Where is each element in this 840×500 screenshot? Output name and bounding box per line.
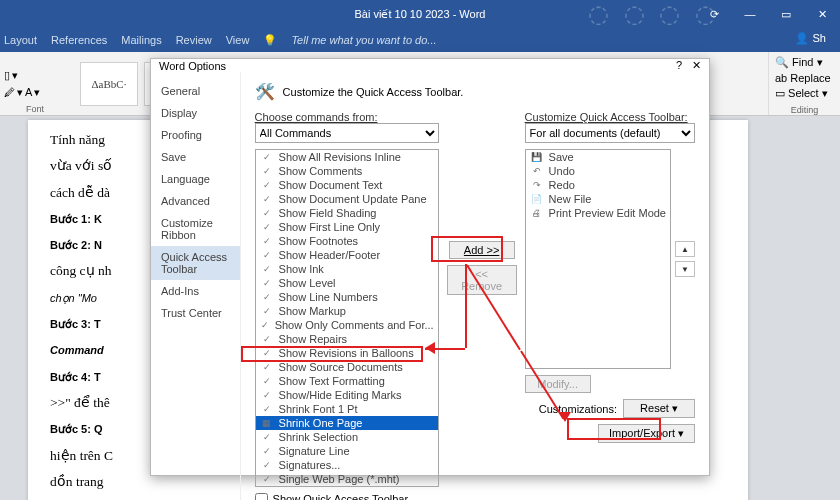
cat-proofing[interactable]: Proofing <box>151 124 240 146</box>
replace-button[interactable]: ab Replace <box>775 72 834 84</box>
cat-qat[interactable]: Quick Access Toolbar <box>151 246 240 280</box>
cat-language[interactable]: Language <box>151 168 240 190</box>
command-item[interactable]: ✓Show All Revisions Inline <box>256 150 438 164</box>
dialog-help-icon[interactable]: ? <box>676 59 682 72</box>
qat-item[interactable]: 💾Save <box>526 150 670 164</box>
command-item[interactable]: ✓Show Markup <box>256 304 438 318</box>
remove-button[interactable]: << Remove <box>447 265 517 295</box>
command-item[interactable]: ✓Shrink Selection <box>256 430 438 444</box>
titlebar: Bài viết 10 10 2023 - Word ◌ ◌ ◌ ◌ ⟳ — ▭… <box>0 0 840 28</box>
find-button[interactable]: 🔍 Find ▾ <box>775 56 834 69</box>
command-item[interactable]: ▦Shrink One Page <box>256 416 438 430</box>
command-item[interactable]: ✓Show Ink <box>256 262 438 276</box>
command-item[interactable]: ✓Show First Line Only <box>256 220 438 234</box>
qat-item[interactable]: ↷Redo <box>526 178 670 192</box>
modify-button[interactable]: Modify... <box>525 375 591 393</box>
qat-item[interactable]: 📄New File <box>526 192 670 206</box>
command-item[interactable]: ✓Show Document Update Pane <box>256 192 438 206</box>
dialog-title: Word Options <box>159 60 226 72</box>
command-item[interactable]: ✓Single Web Page (*.mht) <box>256 472 438 486</box>
command-item[interactable]: ✓Show Footnotes <box>256 234 438 248</box>
command-item[interactable]: ✓Show Header/Footer <box>256 248 438 262</box>
dialog-categories: General Display Proofing Save Language A… <box>151 72 241 500</box>
font-group: ▯▾ 🖉▾A▾ <box>0 65 70 103</box>
command-item[interactable]: ✓Show Revisions in Balloons <box>256 346 438 360</box>
command-item[interactable]: ✓Shrink Font 1 Pt <box>256 402 438 416</box>
command-item[interactable]: ✓Signature Line <box>256 444 438 458</box>
choose-label: Choose commands from: <box>255 111 439 123</box>
command-item[interactable]: ✓Signatures... <box>256 458 438 472</box>
ribbon-tabs: Layout References Mailings Review View 💡… <box>0 28 840 52</box>
customize-scope-select[interactable]: For all documents (default) <box>525 123 695 143</box>
editing-group: 🔍 Find ▾ ab Replace ▭ Select ▾ Editing <box>768 52 840 115</box>
share-button[interactable]: 👤 Sh <box>787 30 834 47</box>
cat-advanced[interactable]: Advanced <box>151 190 240 212</box>
show-qat-below-checkbox[interactable] <box>255 493 268 500</box>
window-controls: ⟳ — ▭ ✕ <box>700 0 836 28</box>
show-qat-below-label: Show Quick Access Toolbar below the Ribb… <box>273 493 439 500</box>
customize-qat-label: Customize Quick Access Toolbar: <box>525 111 695 123</box>
tab-review[interactable]: Review <box>176 34 212 46</box>
dialog-close-icon[interactable]: ✕ <box>692 59 701 72</box>
move-up-button[interactable]: ▲ <box>675 241 695 257</box>
tab-view[interactable]: View <box>226 34 250 46</box>
command-item[interactable]: ✓Show Source Documents <box>256 360 438 374</box>
move-down-button[interactable]: ▼ <box>675 261 695 277</box>
command-item[interactable]: ✓Show Repairs <box>256 332 438 346</box>
dialog-heading: Customize the Quick Access Toolbar. <box>283 86 464 98</box>
import-export-button[interactable]: Import/Export ▾ <box>598 424 695 443</box>
select-button[interactable]: ▭ Select ▾ <box>775 87 834 100</box>
cat-general[interactable]: General <box>151 80 240 102</box>
reset-button[interactable]: Reset ▾ <box>623 399 695 418</box>
tell-me-input[interactable]: Tell me what you want to do... <box>291 34 436 46</box>
auto-save-icon[interactable]: ⟳ <box>700 4 728 24</box>
close-icon[interactable]: ✕ <box>808 4 836 24</box>
cat-addins[interactable]: Add-Ins <box>151 280 240 302</box>
command-item[interactable]: ✓Show Line Numbers <box>256 290 438 304</box>
tab-mailings[interactable]: Mailings <box>121 34 161 46</box>
qat-list[interactable]: 💾Save↶Undo↷Redo📄New File🖨Print Preview E… <box>525 149 671 369</box>
maximize-icon[interactable]: ▭ <box>772 4 800 24</box>
lightbulb-icon: 💡 <box>263 34 277 47</box>
word-options-dialog: Word Options ? ✕ General Display Proofin… <box>150 58 710 476</box>
customizations-label: Customizations: <box>539 403 617 415</box>
tab-layout[interactable]: Layout <box>4 34 37 46</box>
command-item[interactable]: ✓Show Level <box>256 276 438 290</box>
cat-save[interactable]: Save <box>151 146 240 168</box>
cat-customize-ribbon[interactable]: Customize Ribbon <box>151 212 240 246</box>
qat-icon: 🛠️ <box>255 82 275 101</box>
commands-list[interactable]: ✓Show All Revisions Inline✓Show Comments… <box>255 149 439 487</box>
command-item[interactable]: ✓Show Field Shading <box>256 206 438 220</box>
command-item[interactable]: ✓Show Only Comments and For... <box>256 318 438 332</box>
command-item[interactable]: ✓Show Text Formatting <box>256 374 438 388</box>
add-button[interactable]: Add >> <box>449 241 515 259</box>
minimize-icon[interactable]: — <box>736 4 764 24</box>
qat-item[interactable]: ↶Undo <box>526 164 670 178</box>
cat-trust[interactable]: Trust Center <box>151 302 240 324</box>
command-item[interactable]: ✓Show Comments <box>256 164 438 178</box>
choose-commands-select[interactable]: All Commands <box>255 123 439 143</box>
editing-label: Editing <box>775 105 834 115</box>
cat-display[interactable]: Display <box>151 102 240 124</box>
qat-item[interactable]: 🖨Print Preview Edit Mode <box>526 206 670 220</box>
command-item[interactable]: ✓Show/Hide Editing Marks <box>256 388 438 402</box>
font-group-label: Font <box>26 104 44 114</box>
app-title: Bài viết 10 10 2023 - Word <box>355 8 486 21</box>
command-item[interactable]: ✓Show Document Text <box>256 178 438 192</box>
tab-references[interactable]: References <box>51 34 107 46</box>
